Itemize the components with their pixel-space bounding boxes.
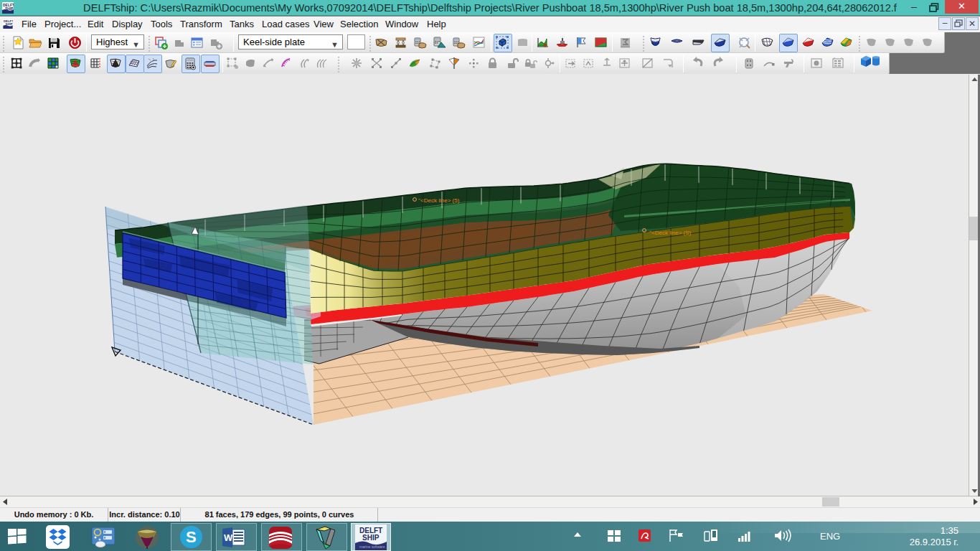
svg-text:''<Deck line> (S): ''<Deck line> (S) <box>649 230 692 236</box>
svg-text:W: W <box>224 532 233 543</box>
svg-text:marine software: marine software <box>359 545 385 549</box>
svg-text:''<Deck line> (5): ''<Deck line> (5) <box>418 197 460 204</box>
svg-text:SHIP: SHIP <box>362 534 380 542</box>
